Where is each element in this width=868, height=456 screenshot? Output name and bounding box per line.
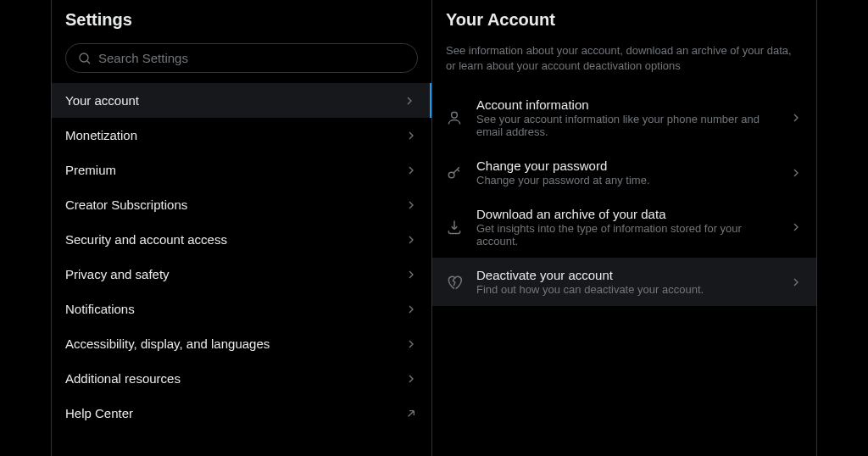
key-icon bbox=[446, 164, 463, 181]
key-icon-wrap bbox=[446, 164, 463, 181]
chevron-right-icon bbox=[404, 233, 418, 247]
nav-item-label: Security and account access bbox=[65, 232, 227, 247]
account-item-title: Download an archive of your data bbox=[476, 207, 776, 221]
nav-item-your-account[interactable]: Your account bbox=[52, 83, 431, 118]
download-icon-wrap bbox=[446, 219, 463, 236]
search-wrap bbox=[52, 40, 431, 83]
svg-point-0 bbox=[80, 53, 88, 62]
nav-item-notifications[interactable]: Notifications bbox=[52, 292, 431, 326]
account-title: Your Account bbox=[432, 0, 816, 40]
external-link-icon bbox=[404, 407, 418, 420]
chevron-right-icon bbox=[789, 275, 803, 289]
search-icon bbox=[78, 52, 92, 65]
nav-item-label: Monetization bbox=[65, 128, 137, 142]
nav-item-help-center[interactable]: Help Center bbox=[52, 396, 431, 431]
nav-item-label: Accessibility, display, and languages bbox=[65, 336, 270, 351]
nav-item-additional-resources[interactable]: Additional resources bbox=[52, 361, 431, 396]
svg-point-2 bbox=[452, 113, 458, 119]
chevron-right-icon bbox=[404, 303, 418, 316]
account-item-text: Download an archive of your dataGet insi… bbox=[476, 207, 776, 247]
settings-nav-list: Your accountMonetizationPremiumCreator S… bbox=[52, 83, 431, 431]
settings-pane: Settings Your accountMonetizationPremium… bbox=[51, 0, 432, 456]
nav-item-creator-subscriptions[interactable]: Creator Subscriptions bbox=[52, 187, 431, 222]
heartbreak-icon-wrap bbox=[446, 274, 463, 291]
chevron-right-icon bbox=[403, 94, 416, 108]
account-item-subtitle: Get insights into the type of informatio… bbox=[476, 222, 776, 247]
nav-item-label: Additional resources bbox=[65, 371, 181, 386]
account-item-title: Change your password bbox=[476, 158, 776, 173]
chevron-right-icon bbox=[404, 372, 418, 386]
nav-item-premium[interactable]: Premium bbox=[52, 153, 431, 187]
nav-item-privacy-and-safety[interactable]: Privacy and safety bbox=[52, 257, 431, 292]
nav-item-label: Your account bbox=[65, 93, 139, 108]
chevron-right-icon bbox=[789, 220, 803, 234]
chevron-right-icon bbox=[404, 164, 418, 177]
account-item-subtitle: Find out how you can deactivate your acc… bbox=[476, 283, 776, 296]
chevron-right-icon bbox=[789, 111, 803, 125]
nav-item-monetization[interactable]: Monetization bbox=[52, 118, 431, 153]
account-item-change-your-password[interactable]: Change your passwordChange your password… bbox=[432, 148, 816, 197]
account-item-text: Account informationSee your account info… bbox=[476, 97, 776, 138]
search-input[interactable] bbox=[98, 51, 405, 65]
person-icon-wrap bbox=[446, 109, 463, 126]
account-description: See information about your account, down… bbox=[432, 40, 816, 87]
account-item-subtitle: See your account information like your p… bbox=[476, 113, 776, 138]
account-pane: Your Account See information about your … bbox=[432, 0, 817, 456]
account-item-text: Change your passwordChange your password… bbox=[476, 158, 776, 186]
heartbreak-icon bbox=[446, 274, 463, 291]
svg-line-1 bbox=[87, 60, 90, 63]
account-item-title: Account information bbox=[476, 97, 776, 112]
nav-item-label: Privacy and safety bbox=[65, 267, 170, 281]
chevron-right-icon bbox=[404, 129, 418, 142]
search-box[interactable] bbox=[65, 43, 418, 73]
account-item-title: Deactivate your account bbox=[476, 268, 776, 282]
settings-title: Settings bbox=[52, 0, 431, 40]
nav-item-label: Creator Subscriptions bbox=[65, 197, 187, 212]
account-item-text: Deactivate your accountFind out how you … bbox=[476, 268, 776, 296]
account-item-download-an-archive-of-your-data[interactable]: Download an archive of your dataGet insi… bbox=[432, 197, 816, 258]
nav-item-security-and-account-access[interactable]: Security and account access bbox=[52, 222, 431, 257]
account-item-deactivate-your-account[interactable]: Deactivate your accountFind out how you … bbox=[432, 258, 816, 306]
nav-item-accessibility-display-and-languages[interactable]: Accessibility, display, and languages bbox=[52, 326, 431, 361]
nav-item-label: Help Center bbox=[65, 406, 133, 420]
chevron-right-icon bbox=[789, 166, 803, 180]
nav-item-label: Premium bbox=[65, 163, 116, 177]
download-icon bbox=[446, 219, 463, 236]
chevron-right-icon bbox=[404, 198, 418, 212]
account-item-account-information[interactable]: Account informationSee your account info… bbox=[432, 87, 816, 148]
account-item-list: Account informationSee your account info… bbox=[432, 87, 816, 306]
nav-item-label: Notifications bbox=[65, 302, 135, 316]
chevron-right-icon bbox=[404, 268, 418, 281]
chevron-right-icon bbox=[404, 337, 418, 351]
svg-point-3 bbox=[448, 172, 454, 178]
account-item-subtitle: Change your password at any time. bbox=[476, 174, 776, 186]
person-icon bbox=[446, 109, 463, 126]
